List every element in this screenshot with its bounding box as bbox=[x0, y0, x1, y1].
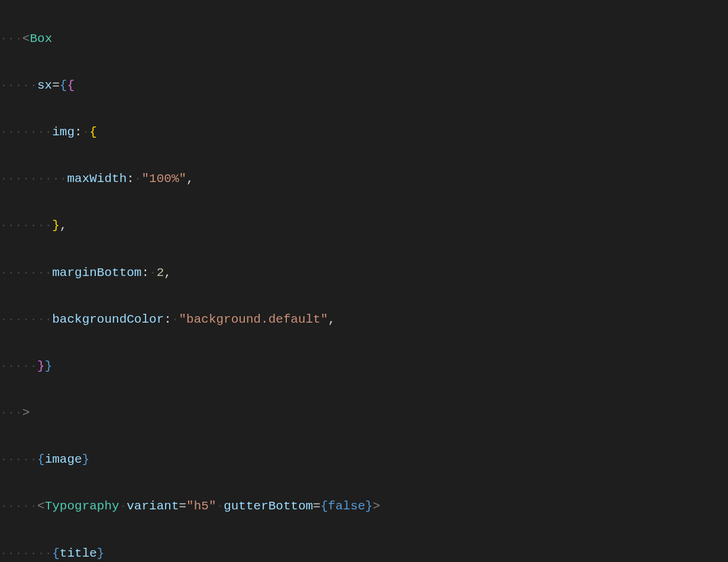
whitespace: ····· bbox=[0, 499, 37, 513]
object-prop: img bbox=[52, 125, 75, 139]
colon: : bbox=[127, 172, 134, 186]
angle-bracket: > bbox=[22, 406, 30, 420]
comma: , bbox=[60, 219, 67, 232]
brace: { bbox=[321, 499, 328, 513]
code-line[interactable]: ···<Box bbox=[0, 27, 728, 51]
code-line[interactable]: ·········maxWidth:·"100%", bbox=[0, 167, 728, 191]
whitespace: · bbox=[82, 125, 90, 139]
whitespace: · bbox=[149, 266, 157, 280]
whitespace: ······· bbox=[0, 266, 52, 280]
whitespace: · bbox=[134, 172, 142, 186]
string-literal: "100%" bbox=[141, 172, 186, 186]
brace: { bbox=[67, 79, 75, 92]
code-editor[interactable]: ···<Box ·····sx={{ ·······img:·{ ·······… bbox=[0, 0, 728, 562]
variable: title bbox=[60, 547, 97, 560]
angle-bracket: < bbox=[22, 32, 30, 46]
angle-bracket: > bbox=[373, 499, 380, 513]
whitespace: ······· bbox=[0, 219, 52, 232]
equals: = bbox=[52, 79, 60, 92]
colon: : bbox=[141, 266, 149, 280]
object-prop: maxWidth bbox=[67, 172, 127, 186]
whitespace: ····· bbox=[0, 79, 37, 92]
object-prop: marginBottom bbox=[52, 266, 141, 280]
brace: } bbox=[82, 453, 90, 466]
string-literal: "background.default" bbox=[179, 313, 328, 326]
whitespace: ······· bbox=[0, 547, 52, 560]
code-line[interactable]: ·····<Typography·variant="h5"·gutterBott… bbox=[0, 495, 728, 518]
jsx-component: Typography bbox=[45, 499, 119, 513]
object-prop: backgroundColor bbox=[52, 313, 164, 326]
brace: } bbox=[37, 359, 45, 373]
code-line[interactable]: ·······marginBottom:·2, bbox=[0, 261, 728, 285]
variable: image bbox=[45, 453, 82, 466]
code-line[interactable]: ·······img:·{ bbox=[0, 121, 728, 144]
code-line[interactable]: ·····}} bbox=[0, 355, 728, 378]
jsx-attr: gutterBottom bbox=[224, 499, 313, 513]
code-line[interactable]: ·······}, bbox=[0, 214, 728, 238]
brace: { bbox=[37, 453, 45, 466]
whitespace: ··· bbox=[0, 406, 22, 420]
code-line[interactable]: ·······{title} bbox=[0, 542, 728, 562]
code-line[interactable]: ·····{image} bbox=[0, 448, 728, 472]
brace: { bbox=[60, 79, 67, 92]
whitespace: ··· bbox=[0, 32, 22, 46]
number-literal: 2 bbox=[157, 266, 164, 280]
colon: : bbox=[75, 125, 82, 139]
brace: } bbox=[52, 219, 60, 232]
keyword: false bbox=[328, 499, 365, 513]
string-literal: "h5" bbox=[186, 499, 216, 513]
whitespace: ····· bbox=[0, 453, 37, 466]
brace: { bbox=[52, 547, 60, 560]
jsx-attr: sx bbox=[37, 79, 52, 92]
code-line[interactable]: ·······backgroundColor:·"background.defa… bbox=[0, 308, 728, 332]
code-line[interactable]: ···> bbox=[0, 401, 728, 425]
code-line[interactable]: ·····sx={{ bbox=[0, 74, 728, 98]
brace: } bbox=[365, 499, 373, 513]
whitespace: ······· bbox=[0, 313, 52, 326]
angle-bracket: < bbox=[37, 499, 45, 513]
jsx-attr: variant bbox=[127, 499, 179, 513]
whitespace: ····· bbox=[0, 359, 37, 373]
whitespace: · bbox=[119, 499, 127, 513]
comma: , bbox=[186, 172, 194, 186]
equals: = bbox=[179, 499, 186, 513]
brace: } bbox=[45, 359, 53, 373]
jsx-component: Box bbox=[30, 32, 52, 46]
comma: , bbox=[164, 266, 172, 280]
brace: } bbox=[97, 547, 105, 560]
whitespace: ······· bbox=[0, 125, 52, 139]
brace: { bbox=[89, 125, 97, 139]
equals: = bbox=[313, 499, 321, 513]
whitespace: ········· bbox=[0, 172, 67, 186]
colon: : bbox=[164, 313, 172, 326]
whitespace: · bbox=[172, 313, 179, 326]
comma: , bbox=[328, 313, 336, 326]
whitespace: · bbox=[216, 499, 224, 513]
